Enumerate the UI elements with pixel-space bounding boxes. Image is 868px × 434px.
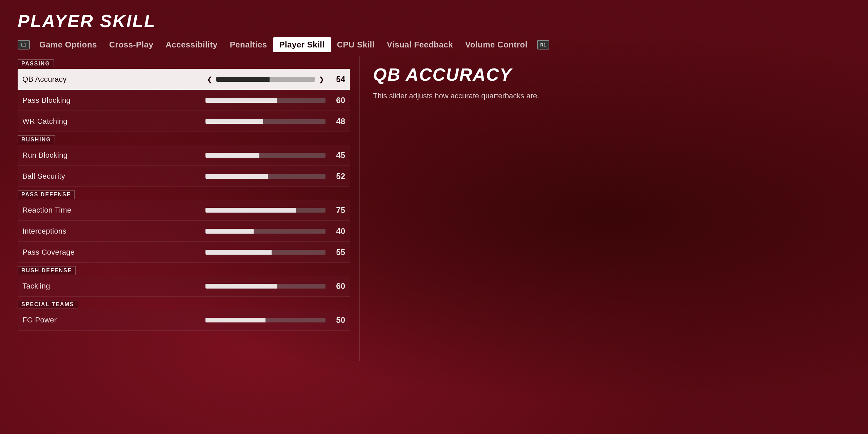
slider-row-qb-accuracy[interactable]: QB Accuracy ❮ ❯ 54: [18, 69, 350, 90]
row-controls-pass-blocking: 60: [205, 96, 345, 105]
section-header-passing: PASSING: [18, 59, 54, 68]
slider-row-fg-power[interactable]: FG Power 50: [18, 310, 350, 331]
row-controls-ball-security: 52: [205, 172, 345, 181]
tab-player-skill[interactable]: Player Skill: [273, 37, 331, 52]
row-value-ball-security: 52: [328, 172, 345, 181]
slider-row-run-blocking[interactable]: Run Blocking 45: [18, 145, 350, 166]
page-title: PLAYER SKILL: [18, 11, 156, 31]
row-label-pass-coverage: Pass Coverage: [22, 248, 205, 257]
slider-fill-reaction-time: [205, 208, 296, 213]
slider-track-run-blocking: [205, 153, 326, 158]
slider-row-wr-catching[interactable]: WR Catching 48: [18, 111, 350, 132]
slider-row-pass-blocking[interactable]: Pass Blocking 60: [18, 90, 350, 111]
row-value-run-blocking: 45: [328, 151, 345, 160]
row-label-qb-accuracy: QB Accuracy: [22, 75, 205, 84]
slider-row-interceptions[interactable]: Interceptions 40: [18, 221, 350, 242]
slider-track-tackling: [205, 284, 326, 289]
row-value-pass-coverage: 55: [328, 248, 345, 257]
section-header-rushing: RUSHING: [18, 135, 55, 144]
slider-track-interceptions: [205, 229, 326, 234]
row-label-pass-blocking: Pass Blocking: [22, 96, 205, 105]
tab-game-options[interactable]: Game Options: [33, 37, 103, 52]
slider-track-reaction-time: [205, 208, 326, 213]
row-controls-tackling: 60: [205, 281, 345, 291]
slider-track-fg-power: [205, 318, 326, 322]
row-value-qb-accuracy: 54: [328, 75, 345, 84]
main-content: PASSING QB Accuracy ❮ ❯ 54 Pass Blocking: [18, 56, 350, 427]
vertical-divider: [359, 56, 360, 361]
tab-accessibility[interactable]: Accessibility: [159, 37, 223, 52]
tab-penalties[interactable]: Penalties: [224, 37, 273, 52]
section-header-special-teams: SPECIAL TEAMS: [18, 300, 78, 309]
slider-row-ball-security[interactable]: Ball Security 52: [18, 166, 350, 187]
detail-description: This slider adjusts how accurate quarter…: [373, 90, 570, 101]
row-label-tackling: Tackling: [22, 282, 205, 291]
slider-fill-pass-blocking: [205, 98, 277, 103]
slider-fill-tackling: [205, 284, 277, 289]
slider-row-tackling[interactable]: Tackling 60: [18, 276, 350, 297]
row-controls-reaction-time: 75: [205, 205, 345, 215]
row-controls-qb-accuracy: ❮ ❯ 54: [205, 75, 345, 84]
slider-track-pass-coverage: [205, 250, 326, 255]
slider-row-pass-coverage[interactable]: Pass Coverage 55: [18, 242, 350, 263]
row-controls-run-blocking: 45: [205, 151, 345, 160]
row-label-fg-power: FG Power: [22, 316, 205, 324]
slider-row-reaction-time[interactable]: Reaction Time 75: [18, 200, 350, 221]
row-controls-pass-coverage: 55: [205, 248, 345, 257]
row-value-tackling: 60: [328, 281, 345, 291]
section-header-pass-defense: PASS DEFENSE: [18, 190, 75, 199]
row-label-run-blocking: Run Blocking: [22, 151, 205, 160]
row-label-wr-catching: WR Catching: [22, 117, 205, 126]
left-trigger-icon: L1: [18, 40, 30, 50]
slider-fill-qb-accuracy: [216, 77, 270, 82]
detail-title: QB ACCURACY: [373, 64, 570, 85]
row-label-interceptions: Interceptions: [22, 227, 205, 236]
row-label-ball-security: Ball Security: [22, 172, 205, 181]
slider-track-pass-blocking: [205, 98, 326, 103]
row-value-wr-catching: 48: [328, 117, 345, 126]
slider-fill-wr-catching: [205, 119, 263, 124]
slider-track-qb-accuracy: [216, 77, 315, 82]
tab-visual-feedback[interactable]: Visual Feedback: [381, 37, 459, 52]
slider-fill-ball-security: [205, 174, 268, 179]
row-label-reaction-time: Reaction Time: [22, 206, 205, 215]
tab-volume-control[interactable]: Volume Control: [459, 37, 534, 52]
slider-fill-interceptions: [205, 229, 254, 234]
slider-track-wr-catching: [205, 119, 326, 124]
row-controls-fg-power: 50: [205, 315, 345, 325]
row-controls-wr-catching: 48: [205, 117, 345, 126]
row-controls-interceptions: 40: [205, 226, 345, 236]
slider-track-ball-security: [205, 174, 326, 179]
row-value-pass-blocking: 60: [328, 96, 345, 105]
section-header-rush-defense: RUSH DEFENSE: [18, 266, 76, 275]
arrow-right-qb-accuracy[interactable]: ❯: [317, 75, 326, 83]
tab-cpu-skill[interactable]: CPU Skill: [331, 37, 381, 52]
row-value-fg-power: 50: [328, 315, 345, 325]
slider-fill-run-blocking: [205, 153, 259, 158]
tab-bar: L1 Game Options Cross-Play Accessibility…: [18, 37, 549, 52]
slider-fill-fg-power: [205, 318, 265, 322]
tab-cross-play[interactable]: Cross-Play: [103, 37, 159, 52]
row-value-reaction-time: 75: [328, 205, 345, 215]
right-panel: QB ACCURACY This slider adjusts how accu…: [373, 64, 570, 101]
right-trigger-icon: R1: [537, 40, 549, 50]
row-value-interceptions: 40: [328, 226, 345, 236]
arrow-left-qb-accuracy[interactable]: ❮: [205, 75, 214, 83]
slider-fill-pass-coverage: [205, 250, 272, 255]
